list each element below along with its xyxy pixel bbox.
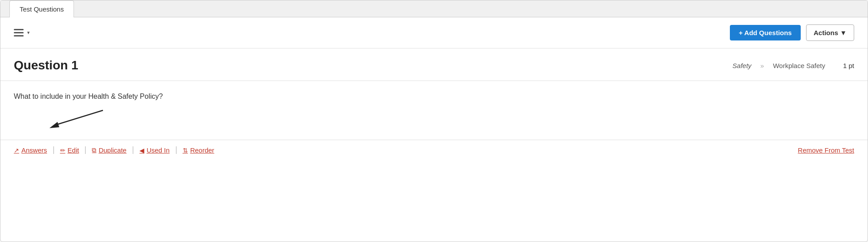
tab-bar: Test Questions	[0, 0, 868, 17]
duplicate-icon: ⧉	[92, 146, 96, 154]
menu-icon[interactable]	[14, 29, 24, 36]
action-bar-left: ↗ Answers ✏ Edit ⧉ Duplicate ◀ Used In ⇅…	[14, 146, 221, 154]
toolbar-right: + Add Questions Actions ▼	[730, 24, 854, 41]
duplicate-label: Duplicate	[98, 146, 127, 154]
actions-button[interactable]: Actions ▼	[806, 24, 854, 41]
question-header: Question 1 Safety » Workplace Safety 1 p…	[0, 48, 868, 81]
question-category-italic: Safety	[733, 62, 752, 69]
reorder-label: Reorder	[190, 146, 214, 154]
tab-test-questions[interactable]: Test Questions	[9, 0, 74, 17]
duplicate-link[interactable]: ⧉ Duplicate	[86, 146, 133, 154]
reorder-icon: ⇅	[183, 147, 188, 154]
arrow-svg	[41, 109, 112, 130]
question-body: What to include in your Health & Safety …	[0, 81, 868, 140]
answers-icon: ↗	[14, 147, 19, 154]
remove-from-test-link[interactable]: Remove From Test	[798, 146, 854, 154]
question-category-main: Workplace Safety	[773, 62, 825, 69]
edit-label: Edit	[68, 146, 79, 154]
category-separator: »	[760, 62, 764, 69]
page-container: Test Questions ▾ + Add Questions Actions…	[0, 0, 868, 242]
answers-label: Answers	[21, 146, 47, 154]
edit-link[interactable]: ✏ Edit	[54, 146, 86, 154]
question-meta: Safety » Workplace Safety 1 pt	[733, 62, 854, 69]
reorder-link[interactable]: ⇅ Reorder	[176, 146, 221, 154]
actions-label: Actions ▼	[814, 29, 847, 36]
add-questions-button[interactable]: + Add Questions	[730, 25, 801, 40]
arrow-annotation	[14, 109, 854, 131]
add-questions-label: + Add Questions	[739, 29, 792, 36]
tab-label: Test Questions	[20, 5, 64, 13]
used-in-link[interactable]: ◀ Used In	[133, 146, 176, 154]
menu-dropdown-arrow[interactable]: ▾	[27, 30, 30, 36]
edit-icon: ✏	[60, 147, 66, 154]
toolbar-left: ▾	[14, 29, 30, 36]
used-in-label: Used In	[147, 146, 170, 154]
question-points: 1 pt	[843, 62, 854, 69]
question-text: What to include in your Health & Safety …	[14, 93, 854, 101]
svg-marker-1	[49, 122, 59, 128]
svg-line-0	[54, 110, 103, 125]
used-in-icon: ◀	[139, 147, 144, 154]
answers-link[interactable]: ↗ Answers	[14, 146, 54, 154]
question-number: Question 1	[14, 58, 78, 73]
toolbar: ▾ + Add Questions Actions ▼	[0, 17, 868, 48]
action-bar: ↗ Answers ✏ Edit ⧉ Duplicate ◀ Used In ⇅…	[0, 140, 868, 160]
